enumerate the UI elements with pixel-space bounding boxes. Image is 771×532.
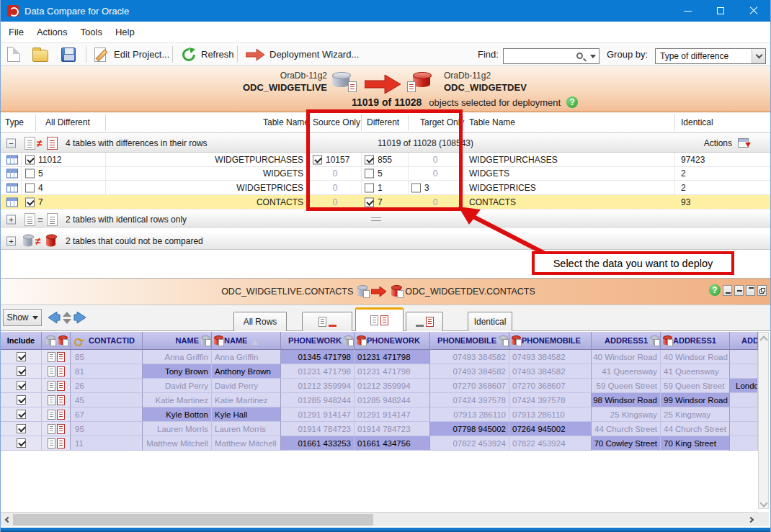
collapse-icon[interactable]: − bbox=[6, 138, 16, 148]
col-type[interactable]: Type bbox=[5, 117, 24, 127]
target-record-icon[interactable] bbox=[57, 352, 65, 362]
target-record-icon[interactable] bbox=[57, 410, 65, 420]
include-cell[interactable] bbox=[1, 364, 42, 379]
col-phonework-source[interactable]: PHONEWORK bbox=[281, 332, 355, 350]
include-cell[interactable] bbox=[1, 407, 42, 422]
tab-target-only[interactable] bbox=[406, 312, 443, 331]
col-contactid[interactable]: CONTACTID bbox=[71, 332, 143, 350]
group-by-select[interactable]: Type of difference bbox=[655, 48, 766, 64]
menu-file[interactable]: File bbox=[2, 27, 30, 37]
actions-icon[interactable] bbox=[738, 138, 749, 148]
all-different-checkbox[interactable] bbox=[25, 169, 35, 179]
target-record-icon[interactable] bbox=[57, 424, 65, 434]
difference-navigation[interactable] bbox=[47, 312, 87, 325]
refresh-button[interactable]: Refresh bbox=[182, 43, 234, 66]
find-input[interactable] bbox=[503, 48, 600, 64]
include-cell[interactable] bbox=[1, 379, 42, 393]
col-phonemobile-source[interactable]: PHONEMOBILE bbox=[430, 332, 509, 350]
horizontal-scrollbar[interactable] bbox=[1, 512, 758, 526]
record-row[interactable]: 81Tony BrownAnthony Brown01231 471798012… bbox=[1, 364, 758, 379]
record-row[interactable]: 26David PerryDavid Perry01212 3599940121… bbox=[1, 379, 758, 393]
include-checkbox[interactable] bbox=[17, 352, 26, 361]
save-project-button[interactable] bbox=[61, 43, 76, 66]
col-phonemobile-target[interactable]: PHONEMOBILE bbox=[509, 332, 592, 350]
panel-mid-button[interactable] bbox=[734, 285, 744, 296]
col-address2[interactable]: ADDRESS2 bbox=[730, 332, 758, 350]
record-row[interactable]: 11Matthew MitchellMatthew Mitchell01661 … bbox=[1, 436, 758, 451]
all-different-checkbox[interactable] bbox=[25, 183, 35, 192]
show-button[interactable]: Show bbox=[3, 309, 42, 326]
deployment-wizard-button[interactable]: Deployment Wizard... bbox=[246, 43, 359, 66]
panel-min-button[interactable] bbox=[723, 285, 732, 296]
minimize-button[interactable] bbox=[671, 0, 704, 22]
expand-icon[interactable]: + bbox=[6, 215, 16, 224]
find-dropdown-icon[interactable] bbox=[590, 55, 596, 61]
record-row[interactable]: 95Lauren MorrisLauren Morris01914 784723… bbox=[1, 422, 758, 436]
scroll-right-icon[interactable] bbox=[746, 513, 758, 527]
close-button[interactable] bbox=[737, 0, 770, 22]
expand-icon[interactable]: + bbox=[6, 237, 16, 246]
maximize-button[interactable] bbox=[704, 0, 737, 22]
group-row-not-compared[interactable]: + ≠ 2 tables that could not be compared bbox=[1, 233, 770, 250]
edit-project-button[interactable]: Edit Project... bbox=[94, 43, 169, 66]
col-include[interactable]: Include bbox=[1, 332, 42, 350]
col-all-different[interactable]: All Different bbox=[45, 117, 90, 127]
source-record-icon[interactable] bbox=[48, 395, 55, 405]
include-cell[interactable] bbox=[1, 422, 42, 436]
col-table-name-target[interactable]: Table Name bbox=[469, 117, 515, 127]
menu-help[interactable]: Help bbox=[109, 27, 141, 37]
all-different-checkbox[interactable] bbox=[25, 155, 35, 164]
col-identical[interactable]: Identical bbox=[681, 117, 713, 127]
include-checkbox[interactable] bbox=[17, 410, 26, 419]
include-checkbox[interactable] bbox=[17, 438, 26, 448]
menu-tools[interactable]: Tools bbox=[74, 27, 109, 37]
col-phonework-target[interactable]: PHONEWORK bbox=[355, 332, 430, 350]
scroll-left-icon[interactable] bbox=[1, 513, 13, 527]
col-table-name-source[interactable]: Table Name bbox=[263, 117, 309, 127]
tab-identical[interactable]: Identical bbox=[468, 312, 512, 331]
col-record-icons[interactable] bbox=[42, 332, 71, 350]
tab-all-rows[interactable]: All Rows bbox=[233, 312, 287, 331]
col-name-source[interactable]: NAME bbox=[143, 332, 212, 350]
record-row[interactable]: 67Kyle BottonKyle Hall01291 91414701291 … bbox=[1, 407, 758, 422]
tab-different[interactable] bbox=[355, 307, 404, 331]
record-row[interactable]: 45Katie MartinezKatie Martinez01285 9482… bbox=[1, 393, 758, 407]
source-record-icon[interactable] bbox=[48, 438, 55, 448]
scroll-up-icon[interactable] bbox=[759, 335, 767, 343]
include-cell[interactable] bbox=[1, 436, 42, 451]
target-record-icon[interactable] bbox=[57, 366, 65, 377]
chevron-down-icon[interactable] bbox=[752, 49, 765, 63]
new-project-button[interactable] bbox=[7, 43, 20, 66]
col-address1-source[interactable]: ADDRESS1 bbox=[592, 332, 661, 350]
col-name-target[interactable]: NAME bbox=[212, 332, 281, 350]
help-icon[interactable]: ? bbox=[709, 284, 721, 296]
source-record-icon[interactable] bbox=[48, 410, 55, 420]
col-address1-target[interactable]: ADDRESS1 bbox=[661, 332, 730, 350]
include-checkbox[interactable] bbox=[17, 381, 26, 390]
group-row-identical[interactable]: + = 2 tables with identical rows only bbox=[1, 211, 770, 227]
splitter-grip[interactable] bbox=[371, 217, 381, 221]
help-icon[interactable]: ? bbox=[566, 96, 578, 108]
panel-float-button[interactable] bbox=[757, 285, 767, 296]
include-checkbox[interactable] bbox=[17, 366, 26, 376]
include-cell[interactable] bbox=[1, 393, 42, 407]
actions-button[interactable]: Actions bbox=[704, 138, 732, 148]
record-row[interactable]: 85Anna GriffinAnna Griffin01345 47179801… bbox=[1, 350, 758, 364]
source-record-icon[interactable] bbox=[48, 381, 55, 391]
target-record-icon[interactable] bbox=[57, 395, 65, 405]
include-cell[interactable] bbox=[1, 350, 42, 364]
scroll-down-icon[interactable] bbox=[759, 499, 767, 507]
all-different-checkbox[interactable] bbox=[25, 197, 35, 207]
target-record-icon[interactable] bbox=[57, 438, 65, 448]
include-checkbox[interactable] bbox=[17, 424, 26, 433]
target-record-icon[interactable] bbox=[57, 381, 65, 391]
vertical-scrollbar[interactable] bbox=[758, 332, 769, 509]
menu-actions[interactable]: Actions bbox=[30, 27, 74, 37]
include-checkbox[interactable] bbox=[17, 395, 26, 405]
tab-source-only[interactable] bbox=[302, 312, 352, 331]
source-record-icon[interactable] bbox=[48, 366, 55, 377]
source-record-icon[interactable] bbox=[48, 424, 55, 434]
scrollbar-thumb[interactable] bbox=[13, 514, 373, 526]
panel-top-button[interactable] bbox=[746, 285, 755, 296]
source-record-icon[interactable] bbox=[48, 352, 55, 362]
